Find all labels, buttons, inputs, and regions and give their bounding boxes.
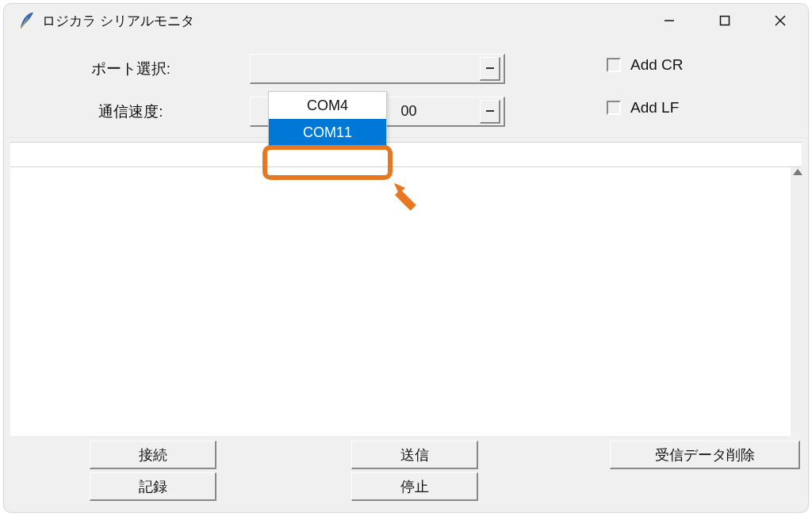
app-window: ロジカラ シリアルモニタ ポート選択: Add bbox=[3, 3, 809, 513]
baud-label: 通信速度: bbox=[12, 101, 250, 122]
chevron-down-icon bbox=[480, 100, 500, 124]
close-button[interactable] bbox=[753, 4, 808, 37]
port-option-com4[interactable]: COM4 bbox=[269, 92, 386, 119]
bottom-toolbar: 接続 記録 送信 停止 受信データ削除 bbox=[10, 439, 802, 506]
chevron-down-icon bbox=[480, 57, 500, 81]
port-label: ポート選択: bbox=[12, 59, 250, 79]
send-button[interactable]: 送信 bbox=[351, 441, 478, 469]
config-panel: ポート選択: Add CR 通信速度: 00 Add bbox=[4, 37, 808, 138]
send-input[interactable] bbox=[10, 142, 802, 167]
stop-button[interactable]: 停止 bbox=[351, 472, 478, 501]
clear-rx-button[interactable]: 受信データ削除 bbox=[610, 441, 800, 469]
title-bar: ロジカラ シリアルモニタ bbox=[4, 4, 808, 37]
record-button[interactable]: 記録 bbox=[90, 472, 216, 501]
port-dropdown[interactable] bbox=[250, 54, 505, 84]
add-lf-checkbox[interactable] bbox=[607, 101, 621, 115]
window-controls bbox=[642, 4, 808, 37]
port-option-com11[interactable]: COM11 bbox=[269, 119, 386, 146]
svg-rect-1 bbox=[721, 17, 730, 25]
vertical-scrollbar[interactable] bbox=[792, 167, 803, 436]
port-dropdown-popup: COM4 COM11 bbox=[268, 91, 387, 147]
add-lf-label: Add LF bbox=[630, 99, 679, 117]
scroll-up-icon bbox=[793, 169, 802, 175]
receive-textarea[interactable] bbox=[10, 167, 791, 436]
add-cr-checkbox[interactable] bbox=[607, 58, 621, 72]
connect-button[interactable]: 接続 bbox=[90, 441, 216, 469]
add-cr-label: Add CR bbox=[630, 56, 684, 74]
app-icon bbox=[18, 11, 34, 30]
window-title: ロジカラ シリアルモニタ bbox=[42, 12, 194, 30]
maximize-button[interactable] bbox=[697, 4, 753, 37]
minimize-button[interactable] bbox=[642, 4, 697, 37]
